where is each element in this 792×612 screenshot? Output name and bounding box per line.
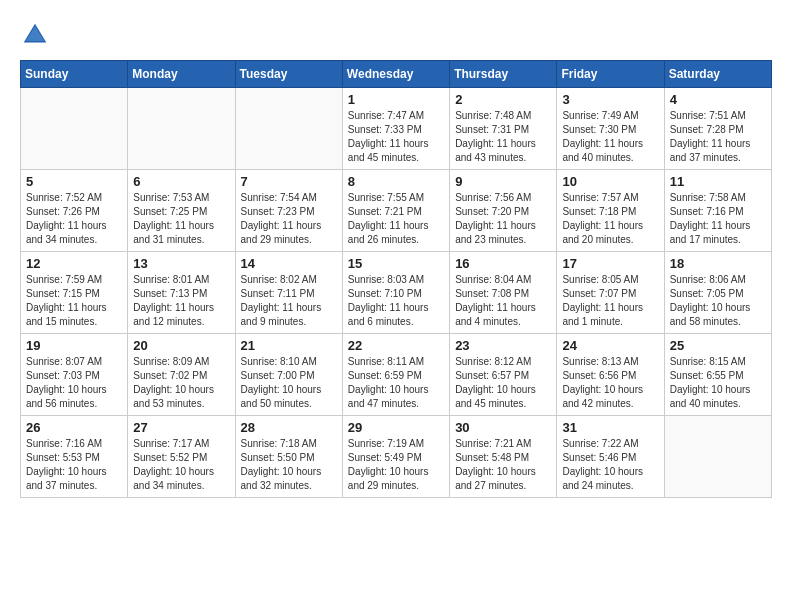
cell-content: Sunrise: 8:07 AM Sunset: 7:03 PM Dayligh… bbox=[26, 355, 122, 411]
sunrise-label: Sunrise: 7:52 AM bbox=[26, 192, 102, 203]
cell-content: Sunrise: 7:52 AM Sunset: 7:26 PM Dayligh… bbox=[26, 191, 122, 247]
sunset-label: Sunset: 7:08 PM bbox=[455, 288, 529, 299]
cell-content: Sunrise: 7:54 AM Sunset: 7:23 PM Dayligh… bbox=[241, 191, 337, 247]
calendar-cell: 11 Sunrise: 7:58 AM Sunset: 7:16 PM Dayl… bbox=[664, 170, 771, 252]
sunset-label: Sunset: 7:15 PM bbox=[26, 288, 100, 299]
day-number: 28 bbox=[241, 420, 337, 435]
calendar-cell bbox=[128, 88, 235, 170]
daylight-label: Daylight: 11 hours and 1 minute. bbox=[562, 302, 643, 327]
cell-content: Sunrise: 7:57 AM Sunset: 7:18 PM Dayligh… bbox=[562, 191, 658, 247]
day-header-sunday: Sunday bbox=[21, 61, 128, 88]
calendar-cell: 3 Sunrise: 7:49 AM Sunset: 7:30 PM Dayli… bbox=[557, 88, 664, 170]
calendar-cell: 20 Sunrise: 8:09 AM Sunset: 7:02 PM Dayl… bbox=[128, 334, 235, 416]
calendar-cell: 1 Sunrise: 7:47 AM Sunset: 7:33 PM Dayli… bbox=[342, 88, 449, 170]
cell-content: Sunrise: 7:22 AM Sunset: 5:46 PM Dayligh… bbox=[562, 437, 658, 493]
sunrise-label: Sunrise: 7:54 AM bbox=[241, 192, 317, 203]
cell-content: Sunrise: 7:18 AM Sunset: 5:50 PM Dayligh… bbox=[241, 437, 337, 493]
logo bbox=[20, 20, 54, 50]
svg-marker-1 bbox=[26, 26, 44, 41]
day-number: 20 bbox=[133, 338, 229, 353]
sunrise-label: Sunrise: 7:18 AM bbox=[241, 438, 317, 449]
calendar-cell bbox=[21, 88, 128, 170]
calendar-cell: 9 Sunrise: 7:56 AM Sunset: 7:20 PM Dayli… bbox=[450, 170, 557, 252]
sunset-label: Sunset: 7:02 PM bbox=[133, 370, 207, 381]
sunset-label: Sunset: 5:48 PM bbox=[455, 452, 529, 463]
daylight-label: Daylight: 11 hours and 12 minutes. bbox=[133, 302, 214, 327]
cell-content: Sunrise: 8:02 AM Sunset: 7:11 PM Dayligh… bbox=[241, 273, 337, 329]
sunset-label: Sunset: 6:57 PM bbox=[455, 370, 529, 381]
calendar-cell: 28 Sunrise: 7:18 AM Sunset: 5:50 PM Dayl… bbox=[235, 416, 342, 498]
calendar-cell: 12 Sunrise: 7:59 AM Sunset: 7:15 PM Dayl… bbox=[21, 252, 128, 334]
calendar-cell bbox=[235, 88, 342, 170]
sunset-label: Sunset: 7:07 PM bbox=[562, 288, 636, 299]
cell-content: Sunrise: 8:12 AM Sunset: 6:57 PM Dayligh… bbox=[455, 355, 551, 411]
daylight-label: Daylight: 11 hours and 4 minutes. bbox=[455, 302, 536, 327]
logo-icon bbox=[20, 20, 50, 50]
calendar-cell: 4 Sunrise: 7:51 AM Sunset: 7:28 PM Dayli… bbox=[664, 88, 771, 170]
day-number: 31 bbox=[562, 420, 658, 435]
sunrise-label: Sunrise: 7:59 AM bbox=[26, 274, 102, 285]
daylight-label: Daylight: 10 hours and 34 minutes. bbox=[133, 466, 214, 491]
cell-content: Sunrise: 7:49 AM Sunset: 7:30 PM Dayligh… bbox=[562, 109, 658, 165]
sunset-label: Sunset: 7:31 PM bbox=[455, 124, 529, 135]
day-header-wednesday: Wednesday bbox=[342, 61, 449, 88]
cell-content: Sunrise: 7:16 AM Sunset: 5:53 PM Dayligh… bbox=[26, 437, 122, 493]
day-number: 12 bbox=[26, 256, 122, 271]
sunrise-label: Sunrise: 8:06 AM bbox=[670, 274, 746, 285]
calendar-cell: 15 Sunrise: 8:03 AM Sunset: 7:10 PM Dayl… bbox=[342, 252, 449, 334]
day-number: 21 bbox=[241, 338, 337, 353]
sunset-label: Sunset: 7:05 PM bbox=[670, 288, 744, 299]
daylight-label: Daylight: 11 hours and 29 minutes. bbox=[241, 220, 322, 245]
cell-content: Sunrise: 8:01 AM Sunset: 7:13 PM Dayligh… bbox=[133, 273, 229, 329]
calendar-cell: 14 Sunrise: 8:02 AM Sunset: 7:11 PM Dayl… bbox=[235, 252, 342, 334]
daylight-label: Daylight: 11 hours and 37 minutes. bbox=[670, 138, 751, 163]
day-number: 4 bbox=[670, 92, 766, 107]
calendar-cell: 10 Sunrise: 7:57 AM Sunset: 7:18 PM Dayl… bbox=[557, 170, 664, 252]
day-number: 11 bbox=[670, 174, 766, 189]
sunset-label: Sunset: 5:52 PM bbox=[133, 452, 207, 463]
daylight-label: Daylight: 11 hours and 45 minutes. bbox=[348, 138, 429, 163]
cell-content: Sunrise: 8:06 AM Sunset: 7:05 PM Dayligh… bbox=[670, 273, 766, 329]
calendar-cell: 2 Sunrise: 7:48 AM Sunset: 7:31 PM Dayli… bbox=[450, 88, 557, 170]
sunrise-label: Sunrise: 7:51 AM bbox=[670, 110, 746, 121]
sunset-label: Sunset: 7:30 PM bbox=[562, 124, 636, 135]
sunset-label: Sunset: 7:00 PM bbox=[241, 370, 315, 381]
calendar-header-row: SundayMondayTuesdayWednesdayThursdayFrid… bbox=[21, 61, 772, 88]
daylight-label: Daylight: 10 hours and 53 minutes. bbox=[133, 384, 214, 409]
day-number: 13 bbox=[133, 256, 229, 271]
sunrise-label: Sunrise: 7:48 AM bbox=[455, 110, 531, 121]
cell-content: Sunrise: 7:59 AM Sunset: 7:15 PM Dayligh… bbox=[26, 273, 122, 329]
cell-content: Sunrise: 8:13 AM Sunset: 6:56 PM Dayligh… bbox=[562, 355, 658, 411]
day-number: 17 bbox=[562, 256, 658, 271]
calendar-cell: 5 Sunrise: 7:52 AM Sunset: 7:26 PM Dayli… bbox=[21, 170, 128, 252]
sunset-label: Sunset: 7:28 PM bbox=[670, 124, 744, 135]
cell-content: Sunrise: 7:58 AM Sunset: 7:16 PM Dayligh… bbox=[670, 191, 766, 247]
cell-content: Sunrise: 8:09 AM Sunset: 7:02 PM Dayligh… bbox=[133, 355, 229, 411]
sunrise-label: Sunrise: 8:10 AM bbox=[241, 356, 317, 367]
daylight-label: Daylight: 11 hours and 20 minutes. bbox=[562, 220, 643, 245]
sunset-label: Sunset: 7:03 PM bbox=[26, 370, 100, 381]
calendar-cell: 24 Sunrise: 8:13 AM Sunset: 6:56 PM Dayl… bbox=[557, 334, 664, 416]
calendar-cell: 13 Sunrise: 8:01 AM Sunset: 7:13 PM Dayl… bbox=[128, 252, 235, 334]
sunset-label: Sunset: 7:21 PM bbox=[348, 206, 422, 217]
daylight-label: Daylight: 10 hours and 47 minutes. bbox=[348, 384, 429, 409]
sunset-label: Sunset: 5:50 PM bbox=[241, 452, 315, 463]
day-number: 8 bbox=[348, 174, 444, 189]
daylight-label: Daylight: 11 hours and 43 minutes. bbox=[455, 138, 536, 163]
week-row-2: 5 Sunrise: 7:52 AM Sunset: 7:26 PM Dayli… bbox=[21, 170, 772, 252]
day-number: 5 bbox=[26, 174, 122, 189]
daylight-label: Daylight: 10 hours and 37 minutes. bbox=[26, 466, 107, 491]
calendar-cell: 29 Sunrise: 7:19 AM Sunset: 5:49 PM Dayl… bbox=[342, 416, 449, 498]
sunrise-label: Sunrise: 8:13 AM bbox=[562, 356, 638, 367]
day-number: 27 bbox=[133, 420, 229, 435]
day-number: 10 bbox=[562, 174, 658, 189]
cell-content: Sunrise: 7:55 AM Sunset: 7:21 PM Dayligh… bbox=[348, 191, 444, 247]
cell-content: Sunrise: 8:04 AM Sunset: 7:08 PM Dayligh… bbox=[455, 273, 551, 329]
cell-content: Sunrise: 7:19 AM Sunset: 5:49 PM Dayligh… bbox=[348, 437, 444, 493]
sunrise-label: Sunrise: 7:56 AM bbox=[455, 192, 531, 203]
calendar-cell: 30 Sunrise: 7:21 AM Sunset: 5:48 PM Dayl… bbox=[450, 416, 557, 498]
daylight-label: Daylight: 11 hours and 17 minutes. bbox=[670, 220, 751, 245]
sunset-label: Sunset: 7:23 PM bbox=[241, 206, 315, 217]
daylight-label: Daylight: 10 hours and 29 minutes. bbox=[348, 466, 429, 491]
day-number: 24 bbox=[562, 338, 658, 353]
